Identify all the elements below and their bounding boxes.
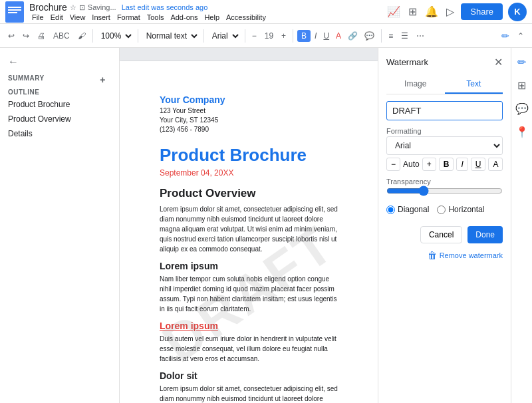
wm-diagonal-option[interactable]: Diagonal	[386, 205, 429, 214]
paint-btn[interactable]: 🖌	[75, 30, 88, 42]
right-watermark-icon[interactable]: ✏	[515, 53, 529, 71]
wm-transparency-slider[interactable]	[386, 186, 503, 196]
history-icon[interactable]: ⊡	[79, 3, 85, 12]
wm-header: Watermark ✕	[386, 56, 503, 68]
share-button[interactable]: Share	[461, 3, 503, 20]
zoom-select[interactable]: 100%	[97, 29, 134, 43]
menu-format[interactable]: Format	[114, 13, 143, 21]
wm-italic-btn[interactable]: I	[456, 158, 467, 171]
wm-size-row: − Auto + B I U A	[386, 158, 503, 171]
menu-tools[interactable]: Tools	[144, 13, 167, 21]
chart-icon[interactable]: 📈	[386, 4, 402, 19]
sidebar-item-details[interactable]: Details	[0, 126, 119, 141]
italic-btn[interactable]: I	[312, 30, 319, 42]
last-edit: Last edit was seconds ago	[122, 3, 208, 11]
document-area[interactable]: DRAFT Your Company 123 Your Street Your …	[120, 48, 378, 403]
wm-transparency-label: Transparency	[386, 178, 503, 186]
wm-tab-image[interactable]: Image	[386, 75, 445, 94]
star-icon[interactable]: ☆	[70, 3, 76, 12]
separator-1	[92, 29, 93, 43]
wm-close-btn[interactable]: ✕	[494, 56, 503, 68]
menu-view[interactable]: View	[67, 13, 88, 21]
watermark-panel: Watermark ✕ Image Text Formatting Arial …	[378, 48, 511, 403]
sidebar-add-btn[interactable]: +	[94, 74, 111, 85]
wm-bold-btn[interactable]: B	[439, 158, 454, 171]
menu-edit[interactable]: Edit	[48, 13, 66, 21]
sidebar-back-btn[interactable]: ←	[0, 53, 119, 70]
menu-accessibility[interactable]: Accessibility	[223, 13, 269, 21]
spellcheck-btn[interactable]: ABC	[51, 30, 72, 42]
wm-underline-btn[interactable]: U	[471, 158, 486, 171]
font-size-increase[interactable]: +	[279, 30, 289, 42]
section-dolor-heading: Dolor sit	[160, 370, 338, 381]
sidebar: ← SUMMARY + OUTLINE Product Brochure Pro…	[0, 48, 120, 403]
wm-color-btn[interactable]: A	[488, 158, 503, 171]
right-explore-icon[interactable]: ⊞	[515, 76, 529, 94]
wm-size-increase[interactable]: +	[422, 158, 436, 171]
section-overview-heading: Product Overview	[160, 187, 338, 200]
right-map-icon[interactable]: 📍	[513, 123, 531, 141]
menu-bar: File Edit View Insert Format Tools Add-o…	[29, 13, 386, 21]
wm-horizontal-option[interactable]: Horizontal	[437, 205, 484, 214]
wm-tabs: Image Text	[386, 75, 503, 94]
svg-rect-1	[8, 7, 21, 8]
company-address: 123 Your Street Your City, ST 12345 (123…	[160, 106, 338, 134]
doc-main-title: Product Brochure	[160, 145, 338, 166]
wm-font-select[interactable]: Arial	[386, 136, 503, 155]
grid-icon[interactable]: ⊞	[407, 4, 418, 19]
style-select[interactable]: Normal text	[142, 29, 200, 43]
right-icons-panel: ✏ ⊞ 💬 📍	[511, 48, 532, 403]
underline-btn[interactable]: U	[321, 30, 332, 42]
more-btn[interactable]: ⋯	[414, 30, 427, 42]
separator-2	[138, 29, 138, 43]
sidebar-outline-label: OUTLINE	[0, 83, 119, 97]
wm-remove-btn[interactable]: Remove watermark	[440, 251, 503, 259]
bell-icon[interactable]: 🔔	[424, 4, 440, 19]
menu-addons[interactable]: Add-ons	[168, 13, 200, 21]
wm-size-decrease[interactable]: −	[386, 158, 400, 171]
align-btn[interactable]: ≡	[386, 30, 396, 42]
menu-help[interactable]: Help	[201, 13, 222, 21]
wm-size-label: Auto	[403, 160, 420, 169]
saving-status: Saving...	[88, 3, 116, 11]
wm-tab-text[interactable]: Text	[445, 75, 503, 94]
doc-icon	[5, 1, 24, 23]
top-bar: Brochure ☆ ⊡ Saving... Last edit was sec…	[0, 0, 532, 24]
doc-title-area: Brochure ☆ ⊡ Saving... Last edit was sec…	[29, 2, 386, 21]
wm-title: Watermark	[386, 57, 428, 67]
wm-actions: Cancel Done	[386, 226, 503, 243]
wm-orientation-row: Diagonal Horizontal	[386, 205, 503, 214]
comment-btn[interactable]: 💬	[362, 30, 377, 42]
font-select[interactable]: Arial	[208, 29, 241, 43]
redo-btn[interactable]: ↪	[20, 30, 32, 42]
avatar[interactable]: K	[508, 3, 527, 21]
bold-btn[interactable]: B	[297, 30, 311, 42]
wm-text-input[interactable]	[386, 101, 503, 120]
undo-btn[interactable]: ↩	[5, 30, 17, 42]
list-btn[interactable]: ☰	[398, 30, 411, 42]
watermark-pen-icon[interactable]: ✏	[499, 29, 512, 43]
top-right-actions: 📈 ⊞ 🔔 ▷ Share K	[386, 3, 527, 21]
font-size-decrease[interactable]: −	[249, 30, 259, 42]
menu-insert[interactable]: Insert	[89, 13, 113, 21]
sidebar-item-overview[interactable]: Product Overview	[0, 112, 119, 126]
color-btn[interactable]: A	[333, 30, 344, 42]
wm-cancel-btn[interactable]: Cancel	[420, 226, 462, 243]
menu-file[interactable]: File	[29, 13, 47, 21]
sidebar-item-brochure[interactable]: Product Brochure	[0, 97, 119, 112]
section-lorem1-heading: Lorem ipsum	[160, 261, 338, 271]
wm-transparency-section: Transparency	[386, 178, 503, 198]
separator-3	[203, 29, 204, 43]
print-btn[interactable]: 🖨	[35, 30, 48, 42]
doc-title[interactable]: Brochure	[29, 2, 67, 13]
svg-rect-2	[8, 9, 21, 11]
font-size-value[interactable]: 19	[262, 30, 276, 42]
separator-6	[381, 29, 382, 43]
wm-formatting-label: Formatting	[386, 127, 503, 135]
toolbar: ↩ ↪ 🖨 ABC 🖌 100% Normal text Arial − 19 …	[0, 24, 532, 48]
video-icon[interactable]: ▷	[445, 4, 456, 19]
expand-icon[interactable]: ⌃	[515, 30, 527, 42]
link-btn[interactable]: 🔗	[345, 30, 360, 42]
wm-done-btn[interactable]: Done	[467, 226, 503, 243]
right-chat-icon[interactable]: 💬	[513, 100, 531, 118]
